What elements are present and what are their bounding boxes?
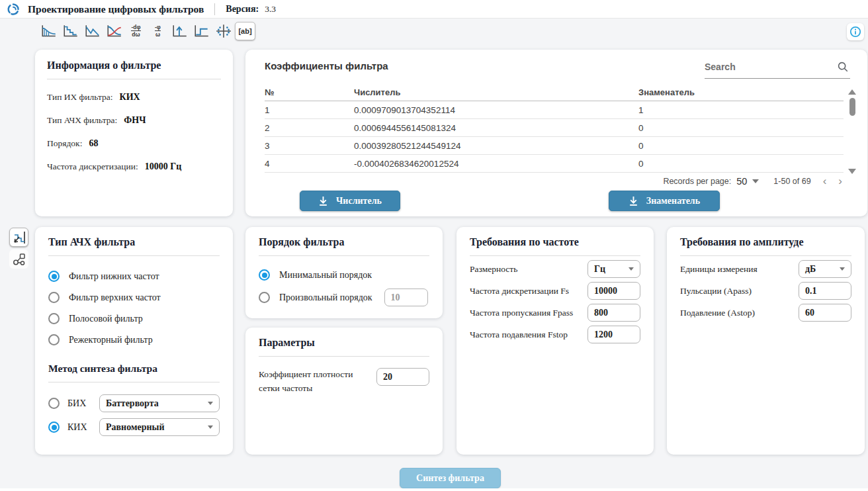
table-row[interactable]: 2 0.0006944556145081324 0 [265,119,844,137]
option-bandstop[interactable]: Режекторный фильтр [48,334,220,345]
toolbar-group-delay-button[interactable]: -dφ dω [126,22,146,40]
response-type-title: Тип АЧХ фильтра [48,236,220,248]
fpass-input[interactable] [587,304,640,322]
version-value: 3.3 [265,4,276,15]
col-header-denominator: Знаменатель [638,87,844,97]
coefficients-panel: Коэффициенты фильтра № Числитель Знамена… [245,50,867,216]
divider [47,79,221,79]
option-custom-order[interactable]: Произвольный порядок [259,289,429,306]
records-per-page-caret-icon[interactable] [752,179,759,183]
filter-structure-button[interactable] [9,249,28,269]
scrollbar-thumb[interactable] [849,98,855,116]
search-button[interactable] [837,61,849,75]
fs-input[interactable] [587,282,640,300]
magnitude-response-icon [40,24,58,38]
synthesize-filter-button[interactable]: Синтез фильтра [400,468,501,488]
toolbar-log-magnitude-button[interactable] [82,22,103,40]
toolbar-coefficients-button[interactable]: [ab] [235,22,255,40]
info-button[interactable] [847,23,864,40]
grid-density-row: Коэффициент плотности сетки частоты [259,368,429,396]
frequency-requirements-panel: Требования по частоте Размерность Гц Час… [456,227,654,455]
log-magnitude-response-icon [84,24,101,38]
next-page-button[interactable]: › [838,175,842,187]
combined-response-icon [106,24,123,38]
grid-density-label: Коэффициент плотности сетки частоты [259,368,358,396]
info-row-response-type: Тип АЧХ фильтра:ФНЧ [47,115,221,126]
step-response-icon [193,24,210,38]
download-numerator-button[interactable]: Числитель [300,191,400,211]
info-row-ir-type: Тип ИХ фильтра:КИХ [47,92,221,103]
toolbar-phase-response-button[interactable] [60,22,81,40]
chevron-down-icon [208,402,213,405]
filter-spec-icon [12,230,26,245]
radio-bandpass[interactable] [48,313,60,324]
response-type-panel: Тип АЧХ фильтра Фильтр нижних частот Фил… [35,227,233,455]
side-toolbar [9,228,29,271]
search-icon [837,61,849,73]
radio-lowpass[interactable] [48,271,60,282]
amplitude-unit-select[interactable]: дБ [799,260,851,278]
radio-custom-order[interactable] [259,292,270,303]
fpass-row: Частота пропускания Fpass [470,304,640,322]
divider [259,255,429,256]
view-toolbar: -dφ dω -φ ω [38,22,255,40]
astop-row: Подавление (Astop) [680,304,851,322]
amplitude-requirements-panel: Требования по амплитуде Единицы измерени… [667,227,865,455]
fir-method-select[interactable]: Равномерный [99,418,220,436]
search-input[interactable] [705,58,828,76]
apass-row: Пульсации (Apass) [680,282,851,300]
frequency-unit-select[interactable]: Гц [587,260,640,278]
scroll-up-icon[interactable] [848,89,856,95]
option-lowpass[interactable]: Фильтр нижних частот [48,271,220,282]
download-denominator-button[interactable]: Знаменатель [609,191,720,211]
toolbar-pole-zero-button[interactable] [213,22,234,40]
prev-page-button[interactable]: ‹ [823,175,827,187]
table-row[interactable]: 1 0.0009709013704352114 1 [265,101,844,119]
filter-structure-icon [12,252,26,267]
filter-spec-button[interactable] [9,228,28,247]
radio-bandstop[interactable] [48,334,60,345]
grid-density-input[interactable] [376,368,429,386]
info-icon [849,26,861,38]
filter-order-panel: Порядок фильтра Минимальный порядок Прои… [245,227,443,318]
scroll-down-icon[interactable] [848,169,856,174]
radio-iir[interactable] [48,398,60,409]
radio-min-order[interactable] [259,269,270,281]
radio-highpass[interactable] [48,292,60,303]
divider [259,356,429,357]
chevron-down-icon [629,267,634,271]
toolbar-combined-response-button[interactable] [104,22,124,40]
records-per-page-select[interactable]: 50 [736,176,747,187]
toolbar-phase-delay-button[interactable]: -φ ω [148,22,168,40]
custom-order-input[interactable] [384,289,428,306]
phase-delay-icon: -φ ω [155,24,161,38]
col-header-numerator: Числитель [354,87,638,97]
option-min-order[interactable]: Минимальный порядок [259,269,429,281]
download-icon [318,196,328,206]
method-fir: КИХ Равномерный [48,418,220,436]
apass-input[interactable] [799,282,851,300]
toolbar-magnitude-response-button[interactable] [38,22,59,40]
chevron-down-icon [208,425,213,429]
astop-input[interactable] [799,304,851,322]
col-header-index: № [265,87,354,97]
iir-method-select[interactable]: Баттерворта [99,394,220,412]
app-title: Проектирование цифровых фильтров [28,3,204,15]
coefficients-table: № Числитель Знаменатель 1 0.000970901370… [265,84,844,173]
frequency-requirements-title: Требования по частоте [470,236,640,248]
toolbar-step-response-button[interactable] [191,22,212,40]
app-logo-icon [7,3,20,16]
filter-order-title: Порядок фильтра [259,236,429,248]
version-label: Версия: [226,4,259,15]
method-iir: БИХ Баттерворта [48,394,220,412]
parameters-panel: Параметры Коэффициент плотности сетки ча… [245,328,443,455]
info-row-sampling-rate: Частота дискретизации:10000 Гц [47,161,221,172]
option-highpass[interactable]: Фильтр верхних частот [48,292,220,303]
fstop-input[interactable] [587,326,640,343]
radio-fir[interactable] [48,422,60,433]
divider [680,255,851,256]
option-bandpass[interactable]: Полосовой фильтр [48,313,220,324]
toolbar-impulse-response-button[interactable] [169,22,190,40]
table-row[interactable]: 3 0.00039280521244549124 0 [265,137,844,155]
table-row[interactable]: 4 -0.0004026834620012524 0 [265,155,844,173]
